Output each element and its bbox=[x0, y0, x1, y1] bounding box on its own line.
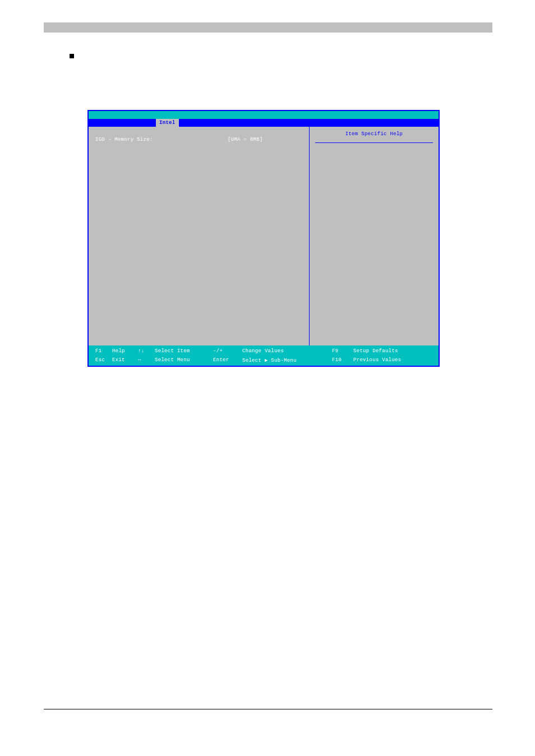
bios-body: IGD - Memory Size: [UMA = 8MB] Item Spec… bbox=[89, 127, 439, 345]
key-minus-plus[interactable]: -/+ bbox=[213, 348, 242, 354]
label-select-item: Select Item bbox=[155, 348, 213, 354]
bios-title-row: Intel bbox=[89, 119, 439, 127]
footer-row-1: F1 Help ↑↓ Select Item -/+ Change Values… bbox=[95, 348, 432, 354]
bios-help-panel: Item Specific Help bbox=[310, 127, 439, 345]
setting-row-igd-memory[interactable]: IGD - Memory Size: [UMA = 8MB] bbox=[95, 137, 302, 142]
label-change-values: Change Values bbox=[242, 348, 332, 354]
footer-row-2: Esc Exit ↔ Select Menu Enter Select ▶ Su… bbox=[95, 357, 432, 363]
key-f1[interactable]: F1 bbox=[95, 348, 112, 354]
leftright-arrow-icon: ↔ bbox=[138, 357, 155, 363]
bios-help-divider bbox=[315, 142, 433, 143]
label-previous-values: Previous Values bbox=[353, 357, 402, 363]
key-f9[interactable]: F9 bbox=[332, 348, 353, 354]
bios-window: Intel IGD - Memory Size: [UMA = 8MB] Ite… bbox=[87, 110, 440, 367]
updown-arrow-icon: ↑↓ bbox=[138, 348, 155, 354]
key-f10[interactable]: F10 bbox=[332, 357, 353, 363]
bullet-icon bbox=[70, 54, 74, 58]
setting-label: IGD - Memory Size: bbox=[95, 137, 153, 142]
bios-settings-panel: IGD - Memory Size: [UMA = 8MB] bbox=[89, 127, 310, 345]
label-help: Help bbox=[112, 348, 138, 354]
label-exit: Exit bbox=[112, 357, 138, 363]
label-select-submenu: Select ▶ Sub-Menu bbox=[242, 357, 332, 363]
bios-top-bar bbox=[89, 111, 439, 119]
bios-footer: F1 Help ↑↓ Select Item -/+ Change Values… bbox=[89, 345, 439, 366]
setting-value[interactable]: [UMA = 8MB] bbox=[228, 137, 263, 142]
bios-title-pill: Intel bbox=[156, 119, 179, 127]
key-enter[interactable]: Enter bbox=[213, 357, 242, 363]
label-setup-defaults: Setup Defaults bbox=[353, 348, 398, 354]
page-footer-line bbox=[44, 709, 492, 709]
key-esc[interactable]: Esc bbox=[95, 357, 112, 363]
label-select-menu: Select Menu bbox=[155, 357, 213, 363]
bios-help-title: Item Specific Help bbox=[315, 131, 433, 137]
page-header-bar bbox=[44, 22, 492, 33]
